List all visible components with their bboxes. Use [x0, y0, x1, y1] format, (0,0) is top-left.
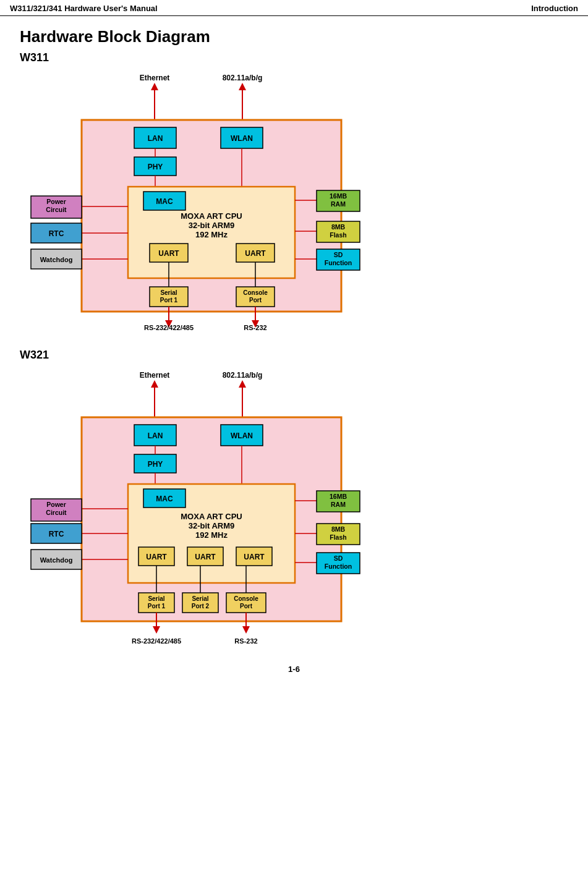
svg-marker-3 — [239, 83, 246, 90]
svg-text:Serial: Serial — [160, 289, 177, 296]
w311-diagram: Ethernet 802.11a/b/g LAN WLAN PHY — [20, 70, 568, 330]
svg-text:UART: UART — [158, 249, 179, 258]
page-footer: 1-6 — [20, 665, 568, 674]
svg-text:192 MHz: 192 MHz — [195, 530, 228, 540]
svg-text:RTC: RTC — [49, 530, 64, 538]
svg-text:RTC: RTC — [49, 229, 64, 238]
w311-label: W311 — [20, 51, 568, 64]
svg-text:LAN: LAN — [148, 431, 163, 440]
page-title: Hardware Block Diagram — [20, 27, 568, 46]
svg-text:SD: SD — [334, 554, 343, 562]
svg-text:Ethernet: Ethernet — [140, 371, 170, 380]
svg-text:LAN: LAN — [148, 134, 163, 143]
svg-text:Port: Port — [240, 603, 253, 610]
svg-text:UART: UART — [195, 553, 216, 561]
svg-text:RAM: RAM — [331, 200, 346, 208]
svg-text:32-bit ARM9: 32-bit ARM9 — [189, 521, 235, 530]
svg-text:WLAN: WLAN — [231, 134, 253, 143]
svg-marker-65 — [239, 380, 246, 388]
svg-text:Flash: Flash — [330, 533, 346, 541]
svg-text:MOXA ART CPU: MOXA ART CPU — [181, 211, 242, 221]
svg-text:Power: Power — [46, 501, 66, 508]
w321-diagram: Ethernet 802.11a/b/g LAN WLAN PHY — [20, 368, 568, 646]
header-left: W311/321/341 Hardware User's Manual — [10, 4, 158, 13]
svg-text:Serial: Serial — [148, 595, 164, 602]
svg-text:8MB: 8MB — [331, 525, 346, 533]
svg-text:8MB: 8MB — [331, 223, 346, 231]
svg-text:Function: Function — [325, 563, 352, 570]
svg-text:WLAN: WLAN — [231, 431, 253, 440]
svg-text:Console: Console — [243, 289, 268, 296]
svg-text:Power: Power — [46, 198, 66, 205]
w311-svg: Ethernet 802.11a/b/g LAN WLAN PHY — [20, 70, 403, 330]
svg-text:MOXA ART CPU: MOXA ART CPU — [181, 512, 242, 521]
w311-ethernet-label: Ethernet — [140, 74, 170, 82]
header-right: Introduction — [531, 4, 578, 13]
w321-label: W321 — [20, 349, 568, 362]
svg-marker-63 — [151, 380, 158, 388]
svg-text:Serial: Serial — [192, 595, 208, 602]
svg-text:192 MHz: 192 MHz — [195, 230, 228, 239]
svg-text:16MB: 16MB — [330, 493, 347, 500]
svg-text:UART: UART — [245, 249, 266, 258]
svg-text:802.11a/b/g: 802.11a/b/g — [223, 371, 263, 380]
svg-text:RS-232/422/485: RS-232/422/485 — [132, 637, 181, 645]
svg-text:UART: UART — [146, 553, 167, 561]
svg-text:UART: UART — [244, 553, 265, 561]
svg-text:Watchdog: Watchdog — [40, 256, 73, 263]
svg-text:16MB: 16MB — [330, 192, 347, 200]
svg-text:Port 1: Port 1 — [160, 297, 178, 304]
svg-text:SD: SD — [334, 251, 343, 258]
page-number: 1-6 — [288, 665, 300, 674]
svg-text:PHY: PHY — [148, 163, 163, 171]
svg-text:RS-232: RS-232 — [234, 637, 257, 645]
svg-text:MAC: MAC — [156, 197, 173, 206]
svg-text:RS-232: RS-232 — [244, 324, 266, 330]
svg-text:RS-232/422/485: RS-232/422/485 — [144, 324, 194, 330]
svg-marker-1 — [151, 83, 158, 90]
svg-text:Circuit: Circuit — [46, 206, 67, 213]
svg-text:Flash: Flash — [330, 231, 346, 239]
svg-text:Console: Console — [234, 595, 258, 602]
svg-text:PHY: PHY — [148, 460, 163, 469]
w321-svg: Ethernet 802.11a/b/g LAN WLAN PHY — [20, 368, 403, 646]
page-header: W311/321/341 Hardware User's Manual Intr… — [0, 0, 588, 16]
svg-text:RAM: RAM — [331, 501, 346, 508]
svg-text:Port: Port — [249, 297, 262, 304]
svg-text:Port 1: Port 1 — [148, 603, 166, 610]
svg-text:Function: Function — [325, 259, 352, 266]
w311-wifi-label: 802.11a/b/g — [223, 74, 263, 82]
svg-marker-103 — [242, 626, 250, 634]
svg-text:MAC: MAC — [156, 495, 173, 503]
svg-text:Circuit: Circuit — [46, 509, 67, 516]
svg-text:32-bit ARM9: 32-bit ARM9 — [189, 221, 235, 230]
svg-marker-101 — [153, 626, 160, 634]
svg-text:Port 2: Port 2 — [192, 603, 210, 610]
svg-text:Watchdog: Watchdog — [40, 556, 73, 564]
